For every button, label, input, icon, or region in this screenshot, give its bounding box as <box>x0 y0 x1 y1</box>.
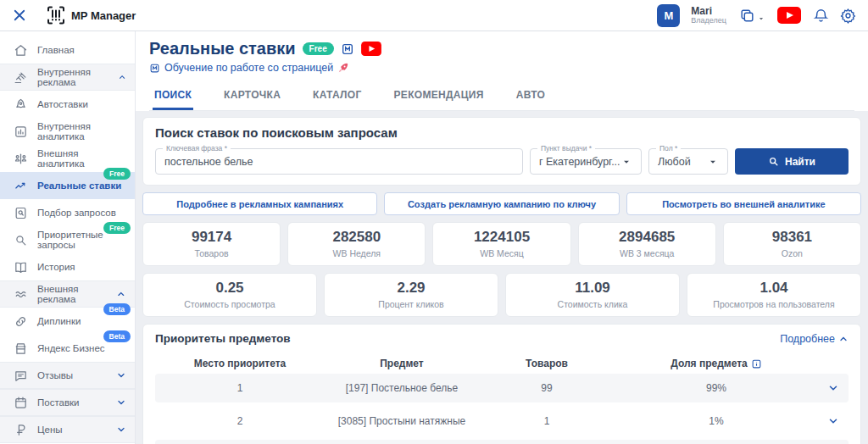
page-title: Реальные ставки <box>149 39 296 58</box>
pickup-point-select[interactable]: Пункт выдачи * г Екатеринбург... <box>530 148 642 175</box>
search-button[interactable]: Найти <box>735 148 849 175</box>
search-button-label: Найти <box>785 156 815 168</box>
tab-поиск[interactable]: ПОИСК <box>153 84 193 110</box>
tab-каталог[interactable]: КАТАЛОГ <box>311 84 363 110</box>
chevron-up-icon <box>116 289 126 299</box>
stat-card: 98361Ozon <box>723 222 861 266</box>
chevron-down-icon <box>116 397 126 408</box>
sidebar-item-magnifier[interactable]: FreeПриоритетные запросы <box>0 226 135 253</box>
top-header: MP Manager M Mari Владелец <box>0 0 868 31</box>
comment-icon <box>14 369 28 383</box>
gear-icon[interactable] <box>840 8 856 24</box>
table-row[interactable]: 3[605] Наволочки00% <box>155 440 849 444</box>
info-icon <box>751 358 762 369</box>
sidebar-item-calendar[interactable]: Поставки <box>0 389 135 416</box>
beta-badge: Beta <box>103 303 131 315</box>
sidebar-item-book[interactable]: История <box>0 253 135 280</box>
action-button-3[interactable]: Посмотреть во внешней аналитике <box>626 192 861 215</box>
calendar-icon <box>14 396 28 410</box>
section-title: Поиск ставок по поисковым запросам <box>155 125 849 140</box>
tab-карточка[interactable]: КАРТОЧКА <box>222 84 282 110</box>
stat-card: 0.25Стоимость просмотра <box>142 273 317 317</box>
chevron-down-icon[interactable] <box>827 382 839 394</box>
action-button-2[interactable]: Создать рекламную кампанию по ключу <box>384 192 619 215</box>
table-header: Место приоритетаПредметТоваровДоля предм… <box>155 353 849 374</box>
chevron-down-icon[interactable] <box>827 415 839 427</box>
tab-авто[interactable]: АВТО <box>515 84 547 110</box>
more-link[interactable]: Подробнее <box>780 333 849 345</box>
link-icon <box>14 314 28 329</box>
training-link-label: Обучение по работе со страницей <box>164 62 333 74</box>
gender-label: Пол * <box>656 144 681 153</box>
app-window: MP Manager M Mari Владелец <box>0 0 868 444</box>
avatar[interactable]: M <box>657 4 680 27</box>
subject-priorities-card: Приоритеты предметов Подробнее Место при… <box>142 324 861 444</box>
pickup-point-value: г Екатеринбург... <box>539 156 620 168</box>
sidebar-item-label: Автоставки <box>37 99 88 109</box>
search-bets-card: Поиск ставок по поисковым запросам Ключе… <box>142 117 861 186</box>
priorities-title: Приоритеты предметов <box>155 332 291 345</box>
close-icon[interactable] <box>12 8 27 23</box>
compare-icon <box>14 152 28 166</box>
youtube-tutorial-icon[interactable] <box>361 42 381 56</box>
stat-card: 2894685WB 3 месяца <box>578 222 716 266</box>
waves-icon <box>14 287 28 302</box>
sidebar-item-comment[interactable]: Отзывы <box>0 362 135 389</box>
cell-goods: 1 <box>479 415 615 427</box>
free-badge: Free <box>303 42 334 55</box>
workspace-switcher[interactable] <box>739 8 765 24</box>
keyword-input[interactable] <box>164 156 514 168</box>
tab-рекомендация[interactable]: РЕКОМЕНДАЦИЯ <box>392 84 486 110</box>
sidebar-item-label: Главная <box>37 45 75 55</box>
cell-place: 1 <box>155 382 325 394</box>
stat-card: 2.29Процент кликов <box>324 273 498 317</box>
sidebar-item-label: Внутренняя аналитика <box>37 121 126 142</box>
stat-value: 282580 <box>292 229 421 246</box>
youtube-icon[interactable] <box>776 7 802 24</box>
stat-value: 2894685 <box>582 229 712 246</box>
sidebar-item-label: Яндекс Бизнес <box>37 343 105 353</box>
sidebar-item-rocket[interactable]: Автоставки <box>0 91 135 118</box>
sidebar-item-label: Отзывы <box>37 370 73 380</box>
sidebar-item-ruble[interactable]: Цены <box>0 416 135 443</box>
stats-row-2: 0.25Стоимость просмотра2.29Процент клико… <box>142 273 861 317</box>
keyword-field[interactable]: Ключевая фраза * <box>155 148 523 175</box>
cell-subject: [197] Постельное белье <box>325 382 479 394</box>
tab-bar: ПОИСККАРТОЧКАКАТАЛОГРЕКОМЕНДАЦИЯАВТО <box>149 84 854 111</box>
action-button-1[interactable]: Подробнее в рекламных кампаниях <box>142 192 377 215</box>
sidebar-item-label: Внешняя реклама <box>37 284 116 304</box>
column-header: Место приоритета <box>155 358 325 369</box>
free-badge: Free <box>103 168 131 180</box>
stat-card: 1.04Просмотров на пользователя <box>687 273 861 317</box>
cell-share: 99% <box>615 382 818 394</box>
sidebar-item-store[interactable]: BetaЯндекс Бизнес <box>0 335 135 362</box>
stat-label: Товаров <box>147 248 276 258</box>
more-link-label: Подробнее <box>780 333 835 345</box>
table-row[interactable]: 1[197] Постельное белье9999% <box>155 374 849 402</box>
doc-search-icon <box>14 206 28 220</box>
sidebar-item-trend[interactable]: FreeРеальные ставки <box>0 172 135 199</box>
pickup-point-label: Пункт выдачи * <box>537 144 595 153</box>
column-header: Товаров <box>479 358 615 369</box>
stat-value: 0.25 <box>147 280 313 297</box>
cell-share: 1% <box>615 415 818 427</box>
training-link[interactable]: Обучение по работе со страницей <box>149 62 854 74</box>
stat-label: Просмотров на пользователя <box>691 299 857 309</box>
chevron-up-icon <box>838 334 849 344</box>
sidebar-item-home[interactable]: Главная <box>0 36 135 64</box>
sidebar-item-label: Диплинки <box>37 316 81 326</box>
chevron-down-icon <box>620 156 632 168</box>
stat-card: 11.09Стоимость клика <box>505 273 680 317</box>
gender-value: Любой <box>658 156 691 168</box>
sidebar-item-gavel[interactable]: Внутренняя реклама <box>0 64 135 91</box>
gender-select[interactable]: Пол * Любой <box>648 148 728 175</box>
bell-icon[interactable] <box>813 8 829 24</box>
table-row[interactable]: 2[3085] Простыни натяжные11% <box>155 407 849 436</box>
stat-label: WB Неделя <box>292 248 421 258</box>
guide-icon[interactable] <box>341 42 354 56</box>
sidebar-item-label: Поставки <box>37 397 80 408</box>
app-logo[interactable]: MP Manager <box>46 5 136 25</box>
sidebar-item-chart[interactable]: Внутренняя аналитика <box>0 118 135 145</box>
chevron-down-icon <box>116 425 126 435</box>
stat-value: 11.09 <box>509 280 676 297</box>
